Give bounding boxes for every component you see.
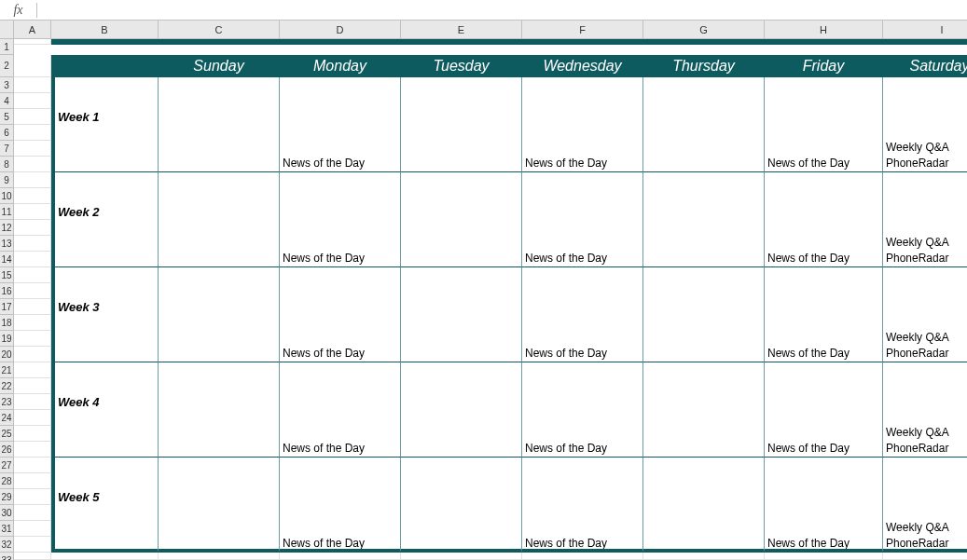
row-header-18[interactable]: 18	[0, 315, 14, 331]
cell-G17[interactable]	[643, 299, 765, 315]
cell-B19[interactable]	[51, 331, 159, 347]
cell-F28[interactable]	[522, 473, 643, 489]
cell-A8[interactable]	[14, 157, 51, 172]
row-header-14[interactable]: 14	[0, 252, 14, 267]
cell-G6[interactable]	[643, 125, 765, 141]
row-header-3[interactable]: 3	[0, 77, 14, 93]
cell-D16[interactable]	[280, 283, 401, 299]
cell-F24[interactable]	[522, 410, 643, 426]
cell-F23[interactable]	[522, 394, 643, 410]
cell-C6[interactable]	[159, 125, 280, 141]
cell-I33[interactable]	[883, 553, 967, 560]
cell-G14[interactable]	[643, 252, 765, 267]
spreadsheet-grid[interactable]: ABCDEFGHIJ12SundayMondayTuesdayWednesday…	[0, 20, 967, 560]
cell-C20[interactable]	[159, 347, 280, 362]
cell-E19[interactable]	[401, 331, 522, 347]
cell-G22[interactable]	[643, 378, 765, 394]
cell-G4[interactable]	[643, 93, 765, 109]
cell-C15[interactable]	[159, 267, 280, 283]
cell-G19[interactable]	[643, 331, 765, 347]
cell-H31[interactable]	[765, 521, 883, 537]
cell-D19[interactable]	[280, 331, 401, 347]
cell-B10[interactable]	[51, 188, 159, 204]
row-header-20[interactable]: 20	[0, 347, 14, 362]
cell-G10[interactable]	[643, 188, 765, 204]
row-header-28[interactable]: 28	[0, 473, 14, 489]
cell-D25[interactable]	[280, 426, 401, 442]
cell-B16[interactable]	[51, 283, 159, 299]
cell-E6[interactable]	[401, 125, 522, 141]
cell-G12[interactable]	[643, 220, 765, 236]
cell-F4[interactable]	[522, 93, 643, 109]
cell-E11[interactable]	[401, 204, 522, 220]
cell-G18[interactable]	[643, 315, 765, 331]
cell-D28[interactable]	[280, 473, 401, 489]
cell-H30[interactable]	[765, 505, 883, 521]
cell-G23[interactable]	[643, 394, 765, 410]
cell-C26[interactable]	[159, 442, 280, 458]
row-header-11[interactable]: 11	[0, 204, 14, 220]
row-header-6[interactable]: 6	[0, 125, 14, 141]
cell-F21[interactable]	[522, 362, 643, 378]
cell-B26[interactable]	[51, 442, 159, 458]
cell-F10[interactable]	[522, 188, 643, 204]
cell-A13[interactable]	[14, 236, 51, 252]
cell-G32[interactable]	[643, 537, 765, 553]
cell-E25[interactable]	[401, 426, 522, 442]
cell-I24[interactable]	[883, 410, 967, 426]
cell-B18[interactable]	[51, 315, 159, 331]
cell-B13[interactable]	[51, 236, 159, 252]
cell-A15[interactable]	[14, 267, 51, 283]
cell-G15[interactable]	[643, 267, 765, 283]
cell-F11[interactable]	[522, 204, 643, 220]
cell-A31[interactable]	[14, 521, 51, 537]
cell-C21[interactable]	[159, 362, 280, 378]
cell-E29[interactable]	[401, 489, 522, 505]
cell-B7[interactable]	[51, 141, 159, 157]
cell-G26[interactable]	[643, 442, 765, 458]
cell-B1[interactable]	[51, 39, 159, 45]
cell-A26[interactable]	[14, 442, 51, 458]
cell-F30[interactable]	[522, 505, 643, 521]
cell-C5[interactable]	[159, 109, 280, 125]
cell-C22[interactable]	[159, 378, 280, 394]
cell-D9[interactable]	[280, 172, 401, 188]
cell-B15[interactable]	[51, 267, 159, 283]
row-header-24[interactable]: 24	[0, 410, 14, 426]
select-all-corner[interactable]	[0, 20, 14, 39]
cell-B24[interactable]	[51, 410, 159, 426]
cell-H24[interactable]	[765, 410, 883, 426]
cell-A7[interactable]	[14, 141, 51, 157]
cell-A29[interactable]	[14, 489, 51, 505]
col-header-H[interactable]: H	[765, 20, 883, 39]
cell-H12[interactable]	[765, 220, 883, 236]
cell-B3[interactable]	[51, 77, 159, 93]
cell-E22[interactable]	[401, 378, 522, 394]
cell-A17[interactable]	[14, 299, 51, 315]
cell-A10[interactable]	[14, 188, 51, 204]
cell-D4[interactable]	[280, 93, 401, 109]
cell-B33[interactable]	[51, 553, 159, 560]
cell-D5[interactable]	[280, 109, 401, 125]
cell-D17[interactable]	[280, 299, 401, 315]
cell-B28[interactable]	[51, 473, 159, 489]
cell-D21[interactable]	[280, 362, 401, 378]
cell-E31[interactable]	[401, 521, 522, 537]
cell-H9[interactable]	[765, 172, 883, 188]
cell-H22[interactable]	[765, 378, 883, 394]
cell-G28[interactable]	[643, 473, 765, 489]
cell-F31[interactable]	[522, 521, 643, 537]
cell-H25[interactable]	[765, 426, 883, 442]
cell-E23[interactable]	[401, 394, 522, 410]
cell-D22[interactable]	[280, 378, 401, 394]
cell-D7[interactable]	[280, 141, 401, 157]
cell-F27[interactable]	[522, 458, 643, 473]
cell-B6[interactable]	[51, 125, 159, 141]
cell-I4[interactable]	[883, 93, 967, 109]
cell-G3[interactable]	[643, 77, 765, 93]
cell-E9[interactable]	[401, 172, 522, 188]
cell-A18[interactable]	[14, 315, 51, 331]
cell-B2[interactable]	[51, 55, 159, 77]
cell-G33[interactable]	[643, 553, 765, 560]
cell-H6[interactable]	[765, 125, 883, 141]
